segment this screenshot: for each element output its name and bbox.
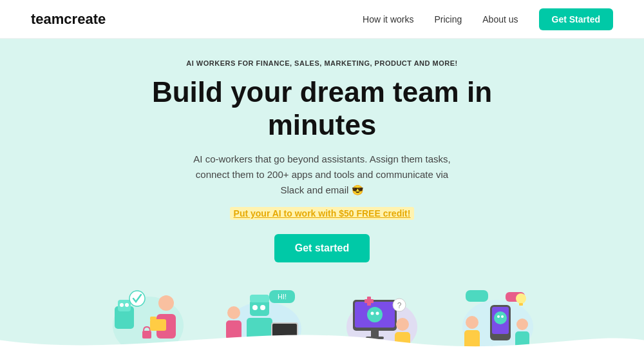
svg-point-5: [129, 291, 145, 306]
hero-get-started-button[interactable]: Get started: [274, 234, 370, 262]
logo-text-bold: team: [31, 11, 64, 27]
svg-rect-17: [250, 295, 269, 302]
svg-point-16: [260, 305, 265, 310]
svg-point-28: [370, 312, 374, 315]
svg-point-6: [158, 295, 174, 311]
svg-point-29: [375, 312, 379, 315]
svg-point-4: [125, 303, 129, 307]
svg-text:?: ?: [397, 301, 401, 310]
logo-text-regular: create: [64, 11, 106, 27]
hero-section: AI WORKERS FOR FINANCE, SALES, MARKETING…: [0, 39, 644, 358]
svg-text:HI!: HI!: [277, 293, 286, 300]
nav-get-started-button[interactable]: Get Started: [539, 8, 613, 30]
nav-how-it-works[interactable]: How it works: [363, 14, 413, 25]
svg-point-44: [497, 315, 500, 318]
navbar: teamcreate How it works Pricing About us…: [0, 0, 644, 39]
hero-offer-text[interactable]: Put your AI to work with $50 FREE credit…: [230, 207, 415, 220]
svg-point-27: [367, 307, 383, 322]
svg-rect-10: [150, 317, 156, 320]
svg-point-15: [252, 305, 258, 310]
svg-rect-47: [519, 303, 523, 306]
logos-section: AIs that work with the apps and tools th…: [0, 358, 644, 363]
nav-about-us[interactable]: About us: [482, 14, 518, 25]
hero-title: Build your dream team in minutes: [103, 76, 541, 141]
svg-rect-2: [118, 300, 131, 311]
hero-subtitle: AI co-workers that go beyond assistants.…: [193, 152, 451, 198]
svg-point-22: [227, 306, 240, 319]
svg-rect-39: [466, 290, 488, 302]
svg-point-3: [120, 303, 124, 307]
svg-rect-37: [365, 299, 374, 303]
logo: teamcreate: [31, 11, 106, 28]
nav-pricing[interactable]: Pricing: [434, 14, 462, 25]
svg-point-45: [501, 315, 504, 318]
hero-tag: AI WORKERS FOR FINANCE, SALES, MARKETING…: [186, 59, 457, 67]
svg-point-46: [516, 293, 526, 304]
hero-wave: [0, 322, 644, 358]
nav-links: How it works Pricing About us Get Starte…: [363, 8, 613, 30]
